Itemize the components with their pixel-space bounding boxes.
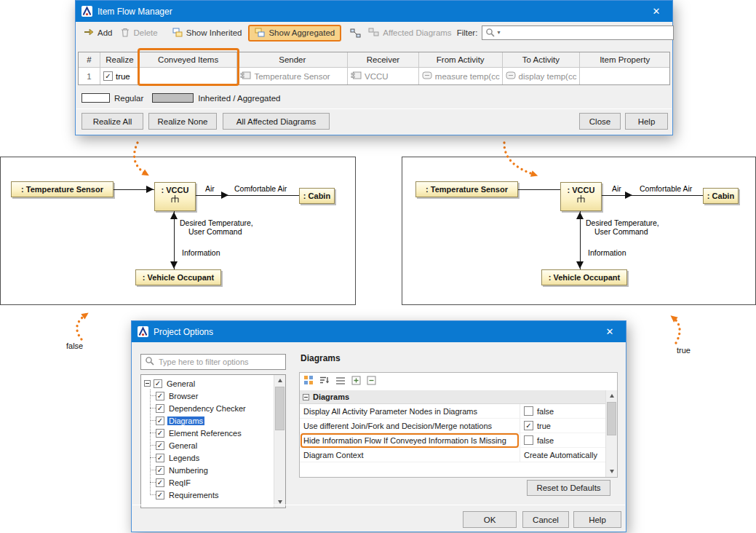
po-help-button[interactable]: Help [573, 511, 621, 528]
col-header-realize: Realize [100, 52, 140, 68]
tree-item-numbering[interactable]: Numbering [156, 464, 274, 476]
po-close-button[interactable]: ✕ [594, 321, 626, 342]
vccu-block: : VCCU [560, 182, 602, 211]
property-value[interactable]: false [520, 404, 605, 418]
property-label: Display All Activity Parameter Nodes in … [300, 404, 520, 418]
delete-button[interactable]: Delete [121, 28, 157, 39]
checkbox[interactable] [156, 441, 164, 450]
tree-item-requirements[interactable]: Requirements [156, 489, 274, 501]
checkbox[interactable] [156, 416, 164, 425]
tree-item-general[interactable]: General [156, 439, 274, 451]
checkbox[interactable] [156, 404, 164, 413]
list-view-icon[interactable] [335, 375, 346, 388]
callout-arrow-false [77, 315, 86, 339]
tree-item-general-root[interactable]: General [144, 377, 274, 390]
tree-children: Browser Dependency Checker Diagrams Elem… [144, 390, 274, 501]
ifm-titlebar[interactable]: Item Flow Manager ✕ [76, 1, 672, 22]
trash-icon [121, 28, 130, 39]
property-row[interactable]: Use different Join/Fork and Decision/Mer… [300, 419, 605, 433]
screenshot-canvas: : Temperature Sensor : VCCU Air Comforta… [0, 0, 756, 533]
checkbox[interactable] [156, 478, 164, 487]
expand-all-icon[interactable] [351, 375, 361, 388]
tree-item-browser[interactable]: Browser [156, 390, 274, 402]
cell-from-activity[interactable]: measure temp(cc [419, 68, 503, 84]
tree-item-element-references[interactable]: Element References [156, 427, 274, 439]
checkbox[interactable] [156, 466, 164, 475]
realize-all-button[interactable]: Realize All [81, 113, 143, 130]
tree-item-dependency-checker[interactable]: Dependency Checker [156, 402, 274, 414]
property-value[interactable]: Create Automatically [520, 448, 605, 462]
checkbox[interactable] [524, 421, 533, 430]
checkbox[interactable] [154, 379, 162, 388]
tree-item-diagrams[interactable]: Diagrams [156, 414, 274, 427]
tree-item-label: General [167, 441, 199, 450]
close-button[interactable]: Close [579, 113, 621, 130]
show-aggregated-button[interactable]: Show Aggregated [248, 25, 341, 42]
ok-button[interactable]: OK [463, 511, 517, 528]
property-row[interactable]: Display All Activity Parameter Nodes in … [300, 404, 605, 419]
checkbox[interactable] [524, 435, 533, 445]
property-value[interactable]: true [520, 419, 605, 433]
filter-input[interactable] [502, 28, 670, 38]
property-row-hide-information-flow[interactable]: Hide Information Flow If Conveyed Inform… [300, 433, 605, 448]
sender-value: Temperature Sensor [254, 72, 330, 81]
po-titlebar[interactable]: Project Options ✕ [132, 321, 626, 342]
all-affected-diagrams-button[interactable]: All Affected Diagrams [223, 113, 330, 130]
col-header-num: # [79, 52, 100, 68]
property-group-label: Diagrams [313, 392, 349, 401]
collapse-all-icon[interactable] [367, 375, 376, 388]
options-search-input[interactable] [157, 357, 282, 367]
ifm-table-header: # Realize Conveyed Items Sender Receiver… [79, 52, 669, 68]
select-in-containment-tree-icon[interactable] [350, 28, 361, 38]
checkbox[interactable] [524, 406, 533, 416]
collapse-icon[interactable] [144, 380, 151, 387]
property-row[interactable]: Diagram Context Create Automatically [300, 448, 605, 462]
realize-none-button[interactable]: Realize None [148, 113, 217, 130]
scroll-down-icon[interactable] [606, 466, 617, 477]
ifm-table-row[interactable]: 1 true Temperature Sensor VCCU measure t… [79, 68, 669, 84]
alphabetical-sort-icon[interactable] [319, 375, 330, 388]
property-scrollbar[interactable] [605, 390, 617, 477]
realize-checkbox[interactable] [103, 71, 113, 81]
tree-item-legends[interactable]: Legends [156, 451, 274, 464]
checkbox[interactable] [156, 491, 164, 500]
options-search-box[interactable] [140, 354, 286, 370]
scroll-down-icon[interactable] [274, 497, 285, 508]
checkbox[interactable] [156, 454, 164, 462]
scrollbar-thumb[interactable] [607, 402, 616, 435]
scroll-up-icon[interactable] [274, 375, 285, 386]
affected-diagrams-button[interactable]: Affected Diagrams [368, 28, 451, 38]
cell-receiver[interactable]: VCCU [348, 68, 419, 84]
help-button[interactable]: Help [625, 113, 668, 130]
inherited-label: Inherited / Aggregated [198, 94, 280, 103]
connector-vccu-cabin [196, 195, 300, 196]
tree-guide-line [150, 390, 151, 495]
scroll-up-icon[interactable] [606, 390, 617, 401]
result-label-true: true [677, 346, 691, 355]
vccu-block: : VCCU [154, 182, 196, 211]
show-aggregated-label: Show Aggregated [268, 28, 335, 37]
tree-item-reqif[interactable]: ReqIF [156, 476, 274, 489]
categorized-view-icon[interactable] [303, 375, 314, 388]
collapse-icon[interactable] [303, 394, 309, 400]
cell-to-activity[interactable]: display temp(cc [503, 68, 581, 84]
reset-to-defaults-button[interactable]: Reset to Defaults [527, 480, 610, 496]
temperature-sensor-label: : Temperature Sensor [21, 185, 103, 194]
property-group-header[interactable]: Diagrams [300, 390, 605, 404]
cell-item-property[interactable] [580, 68, 669, 84]
checkbox[interactable] [156, 429, 164, 438]
tree-scrollbar[interactable] [274, 375, 285, 508]
magicdraw-logo-icon [81, 6, 92, 17]
cancel-button[interactable]: Cancel [522, 511, 569, 528]
scrollbar-thumb[interactable] [275, 387, 285, 430]
tree-root-label: General [165, 379, 196, 388]
show-inherited-button[interactable]: Show Inherited [172, 28, 242, 39]
filter-searchfield[interactable]: ▾ [482, 25, 674, 40]
checkbox[interactable] [156, 392, 164, 400]
property-value[interactable]: false [520, 433, 605, 447]
cell-conveyed-items[interactable] [140, 68, 238, 84]
cell-sender[interactable]: Temperature Sensor [237, 68, 348, 84]
ifm-close-button[interactable]: ✕ [640, 1, 672, 22]
add-button[interactable]: Add [84, 28, 112, 38]
chevron-down-icon[interactable]: ▾ [497, 30, 500, 36]
